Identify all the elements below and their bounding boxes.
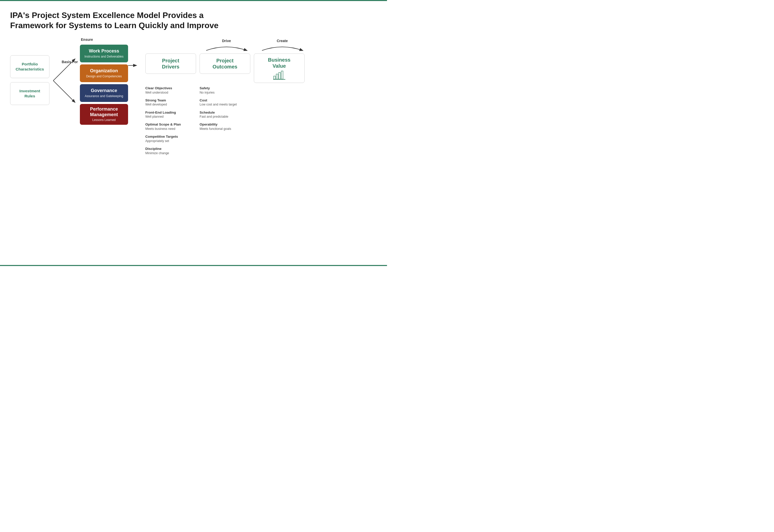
right-section: Drive Create — [138, 38, 377, 159]
cost-sub: Low cost and meets target — [200, 102, 250, 107]
project-drivers-list: Clear Objectives Well understood Strong … — [145, 86, 196, 159]
operability-sub: Meets functional goals — [200, 127, 250, 131]
create-arrow-svg — [259, 43, 305, 51]
investment-rules-box: InvestmentRules — [10, 82, 49, 105]
middle-column: Ensure Work Process Instructions and Del… — [80, 38, 128, 125]
basis-for-label: Basis For — [62, 60, 78, 64]
project-outcomes-label: ProjectOutcomes — [213, 58, 237, 70]
performance-management-box: Performance Management Lessons Learned — [80, 104, 128, 125]
ensure-label: Ensure — [81, 38, 128, 42]
strong-team-sub: Well developed — [145, 102, 196, 107]
work-process-title: Work Process — [89, 48, 119, 54]
organization-sub: Design and Competencies — [86, 75, 122, 79]
project-outcomes-box: ProjectOutcomes — [200, 54, 250, 74]
project-outcomes-list: Safety No injuries Cost Low cost and mee… — [200, 86, 250, 159]
ensure-arrow — [128, 63, 138, 68]
create-section: Create — [254, 39, 310, 51]
portfolio-characteristics-box: PortfolioCharacteristics — [10, 55, 49, 78]
chart-icon — [273, 70, 285, 80]
front-end-loading-sub: Well planned — [145, 115, 196, 119]
svg-line-1 — [53, 81, 75, 102]
discipline-sub: Minimize change — [145, 151, 196, 155]
page-wrapper: IPA's Project System Excellence Model Pr… — [0, 0, 387, 266]
project-drivers-label: ProjectDrivers — [162, 58, 180, 70]
performance-management-sub: Lessons Learned — [92, 118, 116, 122]
page-title: IPA's Project System Excellence Model Pr… — [10, 10, 238, 30]
list-item-front-end-loading: Front-End Loading Well planned — [145, 110, 196, 119]
clear-objectives-sub: Well understood — [145, 91, 196, 95]
list-item-optimal-scope: Optimal Scope & Plan Meets business need — [145, 122, 196, 131]
svg-rect-5 — [279, 73, 280, 79]
svg-rect-4 — [276, 74, 278, 79]
drive-arrow-svg — [204, 43, 249, 51]
outcome-boxes-row: ProjectDrivers ProjectOutcomes BusinessV… — [140, 54, 377, 83]
competitive-targets-sub: Appropriately set — [145, 139, 196, 143]
clear-objectives-title: Clear Objectives — [145, 86, 196, 91]
ensure-arrow-svg — [128, 63, 138, 68]
discipline-title: Discipline — [145, 147, 196, 151]
schedule-sub: Fast and predictable — [200, 115, 250, 119]
investment-rules-label: InvestmentRules — [20, 88, 40, 99]
safety-title: Safety — [200, 86, 250, 91]
performance-management-title: Performance Management — [83, 107, 125, 117]
work-process-sub: Instructions and Deliverables — [84, 55, 124, 59]
svg-rect-6 — [281, 71, 283, 79]
list-item-safety: Safety No injuries — [200, 86, 250, 95]
operability-title: Operability — [200, 122, 250, 127]
bottom-border — [0, 265, 387, 266]
front-end-loading-title: Front-End Loading — [145, 110, 196, 115]
left-column: PortfolioCharacteristics InvestmentRules — [10, 55, 49, 105]
business-value-box: BusinessValue — [254, 54, 305, 83]
svg-rect-7 — [273, 79, 285, 80]
lists-row: Clear Objectives Well understood Strong … — [140, 86, 377, 159]
governance-box: Governance Assurance and Gatekeeping — [80, 84, 128, 102]
strong-team-title: Strong Team — [145, 98, 196, 103]
list-item-discipline: Discipline Minimize change — [145, 147, 196, 155]
business-value-list — [254, 86, 305, 159]
basis-for-column: Basis For — [49, 53, 80, 109]
svg-rect-3 — [274, 76, 275, 79]
list-item-competitive-targets: Competitive Targets Appropriately set — [145, 134, 196, 143]
portfolio-characteristics-label: PortfolioCharacteristics — [15, 62, 44, 72]
optimal-scope-sub: Meets business need — [145, 127, 196, 131]
optimal-scope-title: Optimal Scope & Plan — [145, 122, 196, 127]
governance-sub: Assurance and Gatekeeping — [85, 94, 123, 98]
business-value-label: BusinessValue — [268, 57, 291, 69]
work-process-box: Work Process Instructions and Deliverabl… — [80, 45, 128, 62]
list-item-schedule: Schedule Fast and predictable — [200, 110, 250, 119]
diagram-area: PortfolioCharacteristics InvestmentRules… — [10, 38, 377, 159]
competitive-targets-title: Competitive Targets — [145, 134, 196, 139]
list-item-cost: Cost Low cost and meets target — [200, 98, 250, 107]
organization-box: Organization Design and Competencies — [80, 64, 128, 82]
create-label: Create — [277, 39, 288, 43]
drive-label: Drive — [222, 39, 231, 43]
drive-section: Drive — [199, 39, 254, 51]
safety-sub: No injuries — [200, 91, 250, 95]
list-item-strong-team: Strong Team Well developed — [145, 98, 196, 107]
list-item-operability: Operability Meets functional goals — [200, 122, 250, 131]
top-border — [0, 0, 387, 1]
list-item-clear-objectives: Clear Objectives Well understood — [145, 86, 196, 95]
organization-title: Organization — [90, 68, 118, 74]
cost-title: Cost — [200, 98, 250, 103]
schedule-title: Schedule — [200, 110, 250, 115]
governance-title: Governance — [91, 88, 117, 94]
project-drivers-box: ProjectDrivers — [145, 54, 196, 74]
